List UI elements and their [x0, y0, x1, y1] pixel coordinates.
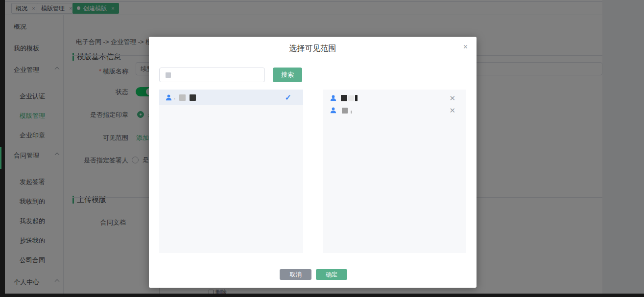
user-icon: [330, 107, 337, 114]
list-item-selected-user[interactable]: . ✓: [159, 90, 303, 105]
selected-user-row[interactable]: ✕: [323, 92, 466, 104]
redacted-name-block: [341, 95, 347, 101]
select-visible-range-dialog: 选择可见范围 × 搜索 . ✓: [149, 37, 477, 288]
selected-user-row[interactable]: ✕: [323, 104, 466, 116]
redacted-name-block: [179, 94, 186, 101]
cancel-button[interactable]: 取消: [280, 269, 311, 280]
redacted-name-block: [342, 108, 348, 114]
dialog-title: 选择可见范围: [149, 44, 477, 54]
redacted-name-block: [190, 94, 196, 101]
redacted-name-block: [348, 95, 354, 101]
redacted-name-block: [355, 95, 358, 101]
user-icon: [330, 94, 337, 102]
browser-viewport: 概况 × 模版管理 × 创建模版 × 概况 我的模板 企业管理 企业认证 模版管…: [5, 0, 644, 294]
selected-user-list: ✕ ✕: [323, 90, 466, 253]
redacted-name-block: [351, 111, 352, 114]
edge-scroll-hint: [0, 147, 1, 169]
search-placeholder-block: [166, 72, 171, 78]
search-button[interactable]: 搜索: [273, 68, 302, 82]
user-icon: [165, 94, 172, 101]
search-result-list: . ✓: [159, 90, 303, 253]
remove-user-icon[interactable]: ✕: [449, 106, 455, 115]
remove-user-icon[interactable]: ✕: [449, 94, 455, 103]
confirm-button[interactable]: 确定: [316, 269, 347, 280]
check-icon: ✓: [285, 93, 291, 102]
search-input[interactable]: [159, 68, 265, 82]
redacted-dot: .: [174, 94, 175, 101]
dialog-close-icon[interactable]: ×: [463, 43, 468, 51]
